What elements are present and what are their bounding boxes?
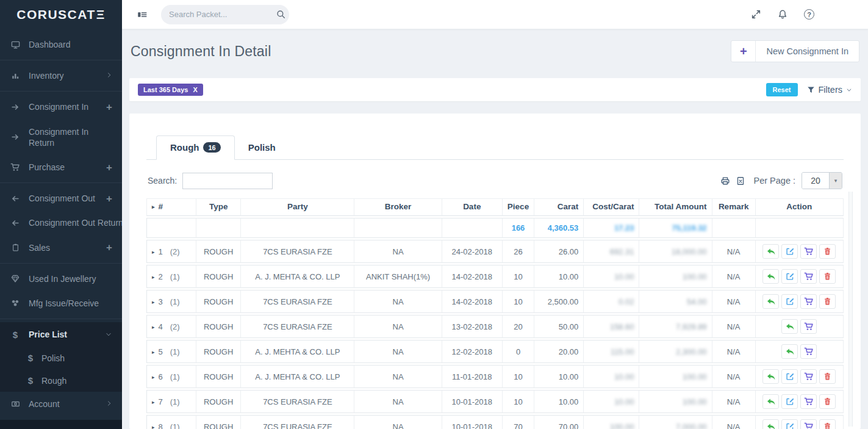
delete-action-button[interactable] [819, 269, 836, 284]
caret-down-icon[interactable]: ▾ [829, 173, 842, 189]
bell-icon[interactable] [778, 9, 787, 20]
tab-rough-count-badge: 16 [203, 142, 220, 153]
app-logo[interactable]: CORUSCATΞ [0, 0, 122, 29]
cart-action-button[interactable] [800, 344, 817, 359]
filters-toggle[interactable]: Filters [807, 85, 852, 95]
cart-action-button[interactable] [800, 269, 817, 284]
reset-button[interactable]: Reset [766, 83, 798, 96]
row-expand-caret-icon[interactable]: ▸ [152, 374, 155, 380]
menu-indent-icon[interactable] [137, 10, 148, 20]
row-expand-caret-icon[interactable]: ▸ [152, 299, 155, 305]
plus-icon[interactable]: + [106, 102, 112, 112]
packet-search-input[interactable] [169, 10, 276, 19]
table-scrollbar[interactable] [848, 192, 853, 427]
excel-export-icon[interactable] [736, 176, 745, 186]
edit-action-button[interactable] [781, 294, 798, 309]
delete-action-button[interactable] [819, 294, 836, 309]
row-index-cell[interactable]: ▸4(2) [146, 315, 196, 338]
col-header-carat[interactable]: Carat [534, 198, 584, 216]
expand-all-caret-icon[interactable]: ▸ [152, 204, 155, 210]
delete-action-button[interactable] [819, 419, 836, 429]
edit-action-button[interactable] [781, 269, 798, 284]
row-expand-caret-icon[interactable]: ▸ [152, 424, 155, 429]
cart-action-button[interactable] [800, 319, 817, 334]
return-action-button[interactable] [762, 244, 779, 259]
sidebar-item-purchase[interactable]: Purchase+ [0, 155, 122, 179]
tab-rough[interactable]: Rough 16 [156, 135, 235, 160]
chip-close-icon[interactable]: X [193, 86, 197, 93]
edit-action-button[interactable] [781, 419, 798, 429]
col-header-date[interactable]: Date [442, 198, 503, 216]
per-page-label: Per Page : [753, 176, 795, 186]
printer-icon[interactable] [720, 176, 730, 186]
return-action-button[interactable] [781, 319, 798, 334]
sidebar-item-consignment-in-return[interactable]: Consignment In Return [0, 120, 122, 155]
page-title: Consignment In Detail [131, 43, 271, 60]
col-header-broker[interactable]: Broker [354, 198, 442, 216]
sidebar-subitem-polish[interactable]: $Polish [0, 347, 122, 369]
per-page-select[interactable]: 20 ▾ [802, 172, 842, 189]
sidebar-item-sales[interactable]: Sales+ [0, 236, 122, 260]
row-index-cell[interactable]: ▸8(1) [146, 415, 196, 429]
return-action-button[interactable] [762, 269, 779, 284]
help-icon[interactable]: ? [804, 9, 814, 20]
cart-action-button[interactable] [800, 244, 817, 259]
sidebar-section: Inventory [0, 60, 122, 91]
plus-icon[interactable]: + [106, 242, 112, 253]
sidebar-item-consignment-out-return[interactable]: Consignment Out Return [0, 211, 122, 235]
col-header-party[interactable]: Party [241, 198, 354, 216]
row-index-cell[interactable]: ▸6(1) [146, 365, 196, 388]
row-expand-caret-icon[interactable]: ▸ [152, 249, 155, 255]
row-expand-caret-icon[interactable]: ▸ [152, 324, 155, 330]
search-icon[interactable] [276, 10, 285, 19]
sidebar-item-consignment-out[interactable]: Consignment Out+ [0, 186, 122, 211]
return-action-button[interactable] [762, 294, 779, 309]
sidebar-item-mfg-issue-receive[interactable]: Mfg Issue/Receive [0, 291, 122, 315]
tab-polish-label: Polish [248, 142, 276, 153]
col-header-remark[interactable]: Remark [712, 198, 756, 216]
edit-action-button[interactable] [781, 394, 798, 409]
row-index-cell[interactable]: ▸2(1) [146, 265, 196, 288]
return-action-button[interactable] [762, 394, 779, 409]
row-index-cell[interactable]: ▸5(1) [146, 340, 196, 363]
sidebar-item-inventory[interactable]: Inventory [0, 63, 122, 88]
col-header-[interactable]: ▸# [146, 198, 196, 216]
delete-action-button[interactable] [819, 394, 836, 409]
cart-action-button[interactable] [800, 419, 817, 429]
total-amount-cell: 100.00 [639, 390, 712, 413]
sidebar-item-price-list[interactable]: $Price List [0, 322, 122, 347]
plus-icon[interactable]: + [106, 162, 112, 173]
col-header-cost-carat[interactable]: Cost/Carat [584, 198, 639, 216]
date-filter-chip[interactable]: Last 365 Days X [138, 84, 203, 96]
col-header-total-amount[interactable]: Total Amount [639, 198, 712, 216]
return-action-button[interactable] [781, 344, 798, 359]
new-consignment-in-button[interactable]: + New Consignment In [731, 40, 859, 62]
return-action-button[interactable] [762, 419, 779, 429]
col-header-piece[interactable]: Piece [503, 198, 534, 216]
sidebar-item-used-in-jewellery[interactable]: Used In Jewellery [0, 267, 122, 291]
sidebar-subitem-rough[interactable]: $Rough [0, 369, 122, 392]
cart-action-button[interactable] [800, 294, 817, 309]
return-action-button[interactable] [762, 369, 779, 384]
plus-icon[interactable]: + [106, 193, 112, 204]
row-index-cell[interactable]: ▸7(1) [146, 390, 196, 413]
delete-action-button[interactable] [819, 244, 836, 259]
tab-polish[interactable]: Polish [235, 135, 289, 160]
edit-action-button[interactable] [781, 244, 798, 259]
row-expand-caret-icon[interactable]: ▸ [152, 399, 155, 405]
cart-action-button[interactable] [800, 394, 817, 409]
edit-action-button[interactable] [781, 369, 798, 384]
sidebar-item-account[interactable]: Account [0, 392, 122, 416]
delete-action-button[interactable] [819, 369, 836, 384]
row-index-cell[interactable]: ▸3(1) [146, 290, 196, 313]
expand-icon[interactable] [751, 9, 761, 20]
cart-action-button[interactable] [800, 369, 817, 384]
col-header-type[interactable]: Type [196, 198, 241, 216]
sidebar-item-consignment-in[interactable]: Consignment In+ [0, 95, 122, 119]
sidebar-item-dashboard[interactable]: Dashboard [0, 32, 122, 57]
row-expand-caret-icon[interactable]: ▸ [152, 274, 155, 280]
table-search-input[interactable] [182, 173, 273, 189]
row-expand-caret-icon[interactable]: ▸ [152, 349, 155, 355]
col-header-action[interactable]: Action [756, 198, 844, 216]
row-index-cell[interactable]: ▸1(2) [146, 240, 196, 263]
